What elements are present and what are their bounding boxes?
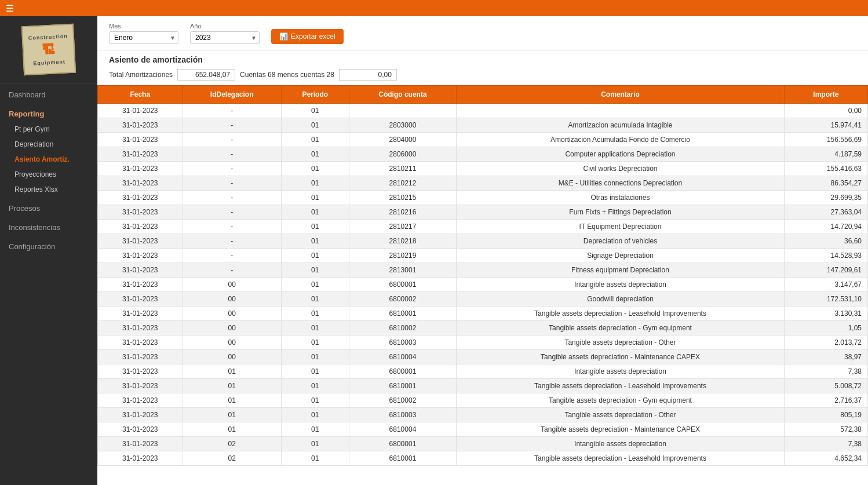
table-cell: 14.720,94 xyxy=(784,220,867,234)
logo-box: Construction 🏗 Equipment xyxy=(21,24,76,76)
table-cell: 01 xyxy=(281,321,349,336)
section-title: Asiento de amortización xyxy=(97,50,868,67)
cuentas-label: Cuentas 68 menos cuentas 28 xyxy=(240,71,334,79)
table-cell: 6800001 xyxy=(349,278,457,292)
table-cell: Amortización Acumulada Fondo de Comercio xyxy=(457,133,784,147)
amortization-table: Fecha IdDelegacion Período Código cuenta… xyxy=(97,85,868,466)
table-row: 31-01-202302016800001Intangible assets d… xyxy=(98,437,868,451)
table-row: 31-01-202301016810003Tangible assets dep… xyxy=(98,408,868,422)
mes-select[interactable]: Enero Febrero Marzo Abril Mayo Junio Jul… xyxy=(109,31,178,44)
sidebar-item-reporting[interactable]: Reporting xyxy=(0,103,97,122)
table-row: 31-01-202300016810001Tangible assets dep… xyxy=(98,307,868,321)
table-cell: 2810212 xyxy=(349,176,457,191)
table-cell: 14.528,93 xyxy=(784,249,867,263)
table-row: 31-01-202300016810004Tangible assets dep… xyxy=(98,350,868,364)
table-cell: - xyxy=(183,191,281,205)
table-row: 31-01-2023-012810212M&E - Utilities conn… xyxy=(98,176,868,191)
table-cell: 36,60 xyxy=(784,234,867,249)
table-cell: 2.716,37 xyxy=(784,393,867,408)
table-row: 31-01-202300016800002Goodwill depreciati… xyxy=(98,292,868,307)
table-cell: 01 xyxy=(281,278,349,292)
table-container: Fecha IdDelegacion Período Código cuenta… xyxy=(97,85,868,485)
table-cell: 01 xyxy=(281,263,349,278)
table-cell: 00 xyxy=(183,336,281,350)
table-cell: 6810001 xyxy=(349,307,457,321)
table-cell: 00 xyxy=(183,292,281,307)
sidebar-item-inconsistencias[interactable]: Inconsistencias xyxy=(0,216,97,235)
table-cell: 6810002 xyxy=(349,393,457,408)
table-cell: 15.974,41 xyxy=(784,118,867,133)
table-cell: Depreciation of vehicles xyxy=(457,234,784,249)
ano-select[interactable]: 2023 2022 2021 xyxy=(190,31,260,44)
mes-label: Mes xyxy=(109,23,178,30)
table-cell: 01 xyxy=(281,220,349,234)
table-row: 31-01-202302016810001Tangible assets dep… xyxy=(98,451,868,466)
main-layout: Construction 🏗 Equipment Dashboard Repor… xyxy=(0,16,868,485)
table-cell: Goodwill depreciation xyxy=(457,292,784,307)
table-cell: 02 xyxy=(183,451,281,466)
table-cell: 31-01-2023 xyxy=(98,205,183,220)
sidebar-submenu-asiento-amortiz[interactable]: Asiento Amortiz. xyxy=(0,152,97,167)
ano-select-wrapper: 2023 2022 2021 ▼ xyxy=(190,31,260,44)
sidebar-item-configuracion[interactable]: Configuración xyxy=(0,235,97,254)
table-cell: 155.416,63 xyxy=(784,162,867,176)
logo-bottom-text: Equipment xyxy=(30,59,69,67)
table-cell: 0,00 xyxy=(784,104,867,118)
table-cell: 6810004 xyxy=(349,350,457,364)
table-row: 31-01-2023-012810216Furn Fixts + Fitting… xyxy=(98,205,868,220)
table-cell: 6810001 xyxy=(349,379,457,393)
sidebar-submenu-proyecciones[interactable]: Proyecciones xyxy=(0,167,97,182)
table-cell: Tangible assets depreciation - Leasehold… xyxy=(457,379,784,393)
table-cell: Civil works Depreciation xyxy=(457,162,784,176)
table-cell: 4.652,34 xyxy=(784,451,867,466)
table-cell: 01 xyxy=(281,307,349,321)
table-cell: 01 xyxy=(281,205,349,220)
sidebar: Construction 🏗 Equipment Dashboard Repor… xyxy=(0,16,97,485)
sidebar-item-procesos[interactable]: Procesos xyxy=(0,197,97,216)
table-cell: 31-01-2023 xyxy=(98,408,183,422)
ano-label: Año xyxy=(190,23,260,30)
table-cell: 01 xyxy=(281,162,349,176)
col-codigo: Código cuenta xyxy=(349,86,457,104)
table-cell: 3.147,67 xyxy=(784,278,867,292)
table-cell: 31-01-2023 xyxy=(98,133,183,147)
table-cell: 31-01-2023 xyxy=(98,292,183,307)
mes-filter-group: Mes Enero Febrero Marzo Abril Mayo Junio… xyxy=(109,23,178,44)
sidebar-item-dashboard[interactable]: Dashboard xyxy=(0,83,97,103)
sidebar-submenu-pt-per-gym[interactable]: Pt per Gym xyxy=(0,122,97,137)
table-row: 31-01-2023-012810211Civil works Deprecia… xyxy=(98,162,868,176)
table-cell: Computer applications Depreciation xyxy=(457,147,784,162)
export-excel-button[interactable]: 📊 Exportar excel xyxy=(271,29,344,44)
table-cell: Tangible assets depreciation - Other xyxy=(457,408,784,422)
hamburger-icon[interactable]: ☰ xyxy=(6,3,14,14)
table-row: 31-01-2023-012810218Depreciation of vehi… xyxy=(98,234,868,249)
table-cell: 01 xyxy=(281,350,349,364)
export-icon: 📊 xyxy=(279,32,288,41)
table-cell: Signage Depreciation xyxy=(457,249,784,263)
table-cell: 00 xyxy=(183,350,281,364)
sidebar-submenu-depreciation[interactable]: Depreciation xyxy=(0,137,97,152)
table-cell: - xyxy=(183,263,281,278)
table-cell: 01 xyxy=(281,191,349,205)
table-cell: 31-01-2023 xyxy=(98,437,183,451)
table-cell: Tangible assets depreciation - Gym equip… xyxy=(457,393,784,408)
table-cell: 01 xyxy=(281,393,349,408)
filter-bar: Mes Enero Febrero Marzo Abril Mayo Junio… xyxy=(97,16,868,50)
table-cell: Otras instalaciones xyxy=(457,191,784,205)
table-cell: 31-01-2023 xyxy=(98,422,183,437)
summary-bar: Total Amortizaciones 652.048,07 Cuentas … xyxy=(97,67,868,85)
table-cell: M&E - Utilities connections Depreciation xyxy=(457,176,784,191)
table-cell: 01 xyxy=(281,104,349,118)
table-cell: Tangible assets depreciation - Maintenan… xyxy=(457,350,784,364)
table-cell: 31-01-2023 xyxy=(98,336,183,350)
table-cell: 00 xyxy=(183,321,281,336)
table-cell: 01 xyxy=(183,422,281,437)
top-bar: ☰ xyxy=(0,0,868,16)
logo-top-text: Construction xyxy=(28,33,68,41)
table-cell: - xyxy=(183,118,281,133)
table-cell: 2813001 xyxy=(349,263,457,278)
table-cell: 31-01-2023 xyxy=(98,234,183,249)
sidebar-submenu-reportes-xlsx[interactable]: Reportes Xlsx xyxy=(0,182,97,197)
table-cell: 2.013,72 xyxy=(784,336,867,350)
table-cell: 01 xyxy=(183,364,281,379)
